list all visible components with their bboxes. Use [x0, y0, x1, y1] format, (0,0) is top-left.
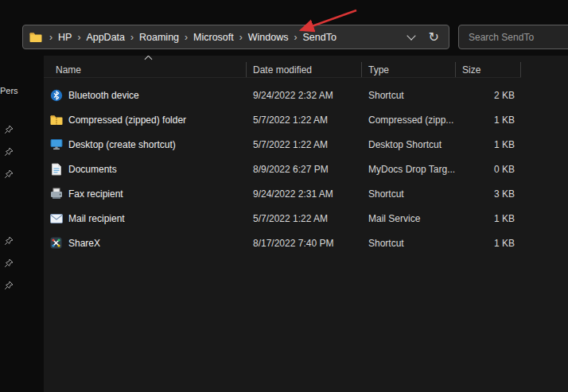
column-headers: NameDate modifiedTypeSize	[44, 62, 521, 78]
file-name: Desktop (create shortcut)	[68, 139, 176, 150]
pin-icon[interactable]	[4, 147, 14, 159]
refresh-icon[interactable]: ↻	[429, 31, 439, 44]
file-type: MyDocs Drop Targ...	[362, 164, 456, 175]
file-date-modified: 9/24/2022 2:31 AM	[247, 188, 362, 200]
file-name: Compressed (zipped) folder	[68, 114, 186, 126]
pin-icon[interactable]	[4, 236, 14, 248]
file-date-modified: 8/17/2022 7:40 PM	[247, 238, 362, 249]
documents-icon	[49, 163, 63, 176]
file-type: Shortcut	[362, 188, 456, 200]
breadcrumb-item[interactable]: SendTo	[302, 32, 336, 43]
file-name: Fax recipient	[68, 188, 123, 200]
column-header-size[interactable]: Size	[456, 62, 521, 77]
file-row[interactable]: Mail recipient5/7/2022 1:22 AMMail Servi…	[44, 206, 568, 231]
address-bar[interactable]: ›HP›AppData›Roaming›Microsoft›Windows›Se…	[22, 25, 449, 49]
bluetooth-icon	[49, 89, 63, 102]
mail-icon	[49, 214, 63, 223]
sharex-icon	[49, 237, 63, 249]
file-date-modified: 5/7/2022 1:22 AM	[247, 139, 362, 150]
breadcrumb-separator[interactable]: ›	[49, 32, 53, 43]
search-input[interactable]	[469, 32, 567, 43]
breadcrumb-item[interactable]: Roaming	[139, 32, 179, 43]
file-size: 0 KB	[456, 164, 521, 175]
breadcrumb-item[interactable]: Microsoft	[193, 32, 234, 43]
file-type: Mail Service	[362, 213, 456, 224]
file-row[interactable]: ShareX8/17/2022 7:40 PMShortcut1 KB	[44, 231, 568, 255]
fax-icon	[49, 188, 63, 200]
breadcrumb-separator[interactable]: ›	[130, 32, 134, 43]
breadcrumb: ›HP›AppData›Roaming›Microsoft›Windows›Se…	[44, 32, 408, 43]
file-row[interactable]: Desktop (create shortcut)5/7/2022 1:22 A…	[44, 132, 568, 157]
file-size: 3 KB	[456, 188, 521, 200]
file-name: Bluetooth device	[68, 90, 139, 101]
file-row[interactable]: Fax recipient9/24/2022 2:31 AMShortcut3 …	[44, 181, 568, 206]
pin-icon[interactable]	[4, 281, 14, 293]
file-size: 1 KB	[456, 213, 521, 224]
file-list-pane: NameDate modifiedTypeSize Bluetooth devi…	[44, 56, 568, 392]
file-row[interactable]: Documents8/9/2022 6:27 PMMyDocs Drop Tar…	[44, 157, 568, 181]
file-date-modified: 5/7/2022 1:22 AM	[247, 213, 362, 224]
column-header-type[interactable]: Type	[362, 62, 456, 77]
breadcrumb-item[interactable]: HP	[58, 32, 72, 43]
chevron-down-icon[interactable]	[407, 31, 415, 40]
file-type: Shortcut	[362, 90, 456, 101]
breadcrumb-separator[interactable]: ›	[294, 32, 297, 43]
file-date-modified: 5/7/2022 1:22 AM	[247, 114, 362, 126]
file-type: Shortcut	[362, 238, 456, 249]
file-size: 1 KB	[456, 238, 521, 249]
file-list: Bluetooth device9/24/2022 2:32 AMShortcu…	[44, 83, 568, 255]
file-explorer-window: Pers ›HP›AppData›Roaming›Microsoft›Windo…	[0, 0, 568, 392]
nav-strip: Pers	[0, 0, 44, 392]
file-date-modified: 9/24/2022 2:32 AM	[247, 90, 362, 101]
breadcrumb-separator[interactable]: ›	[77, 32, 80, 43]
nav-partial-label: Pers	[0, 86, 44, 95]
zip-folder-icon	[49, 114, 63, 126]
file-name: Mail recipient	[68, 213, 125, 224]
file-size: 1 KB	[456, 114, 521, 126]
breadcrumb-separator[interactable]: ›	[185, 32, 188, 43]
file-name: Documents	[68, 164, 117, 175]
file-size: 1 KB	[456, 139, 521, 150]
file-name: ShareX	[68, 238, 100, 249]
pin-icon[interactable]	[4, 169, 14, 181]
file-type: Compressed (zipp...	[362, 114, 456, 126]
file-type: Desktop Shortcut	[362, 139, 456, 150]
pin-icon[interactable]	[4, 125, 14, 137]
column-header-date-modified[interactable]: Date modified	[247, 62, 362, 77]
file-row[interactable]: Bluetooth device9/24/2022 2:32 AMShortcu…	[44, 83, 568, 107]
file-row[interactable]: Compressed (zipped) folder5/7/2022 1:22 …	[44, 107, 568, 132]
breadcrumb-item[interactable]: AppData	[86, 32, 125, 43]
file-date-modified: 8/9/2022 6:27 PM	[247, 164, 362, 175]
address-bar-controls: ↻	[408, 31, 441, 44]
folder-icon[interactable]	[29, 32, 42, 43]
breadcrumb-item[interactable]: Windows	[248, 32, 289, 43]
column-header-name[interactable]: Name	[44, 62, 247, 77]
breadcrumb-separator[interactable]: ›	[239, 32, 243, 43]
file-size: 2 KB	[456, 90, 521, 101]
desktop-icon	[49, 138, 63, 150]
pin-icon[interactable]	[4, 258, 14, 270]
search-box[interactable]	[458, 25, 568, 49]
